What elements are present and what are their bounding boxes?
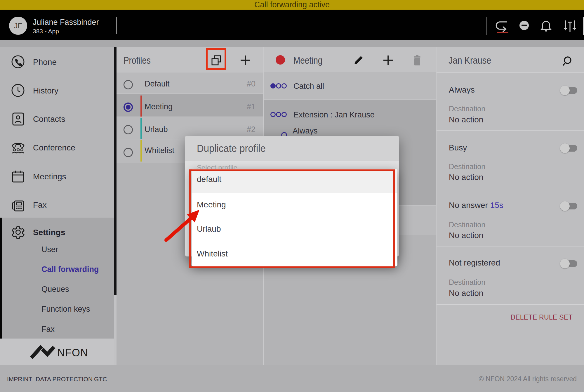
svg-text:NFON: NFON: [57, 347, 88, 359]
